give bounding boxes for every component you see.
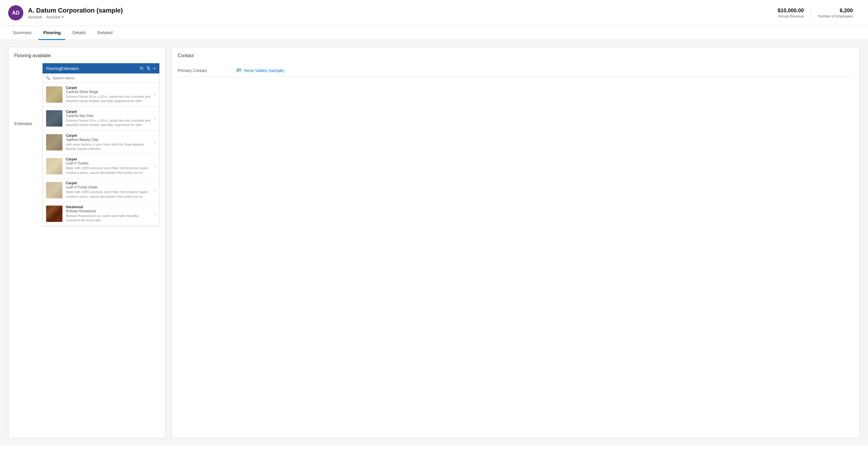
chevron-right-icon: › [154, 92, 156, 97]
annual-revenue-block: $10,000.00 Annual Revenue [771, 8, 811, 19]
tab-related[interactable]: Related [93, 26, 117, 40]
left-panel: Flooring available Estimates FlooringEst… [8, 47, 166, 438]
product-name: Caserta Stone Beige [66, 90, 151, 94]
product-info: Carpet Caserta Sky Grey Extreme Series 1… [66, 110, 151, 127]
product-name: Lush II Frosty Glade [66, 185, 151, 189]
product-thumbnail [46, 182, 62, 198]
product-item[interactable]: Carpet Caserta Sky Grey Extreme Series 1… [42, 107, 159, 131]
product-name: Bolivian Rosewood [66, 209, 151, 213]
page-content: Flooring available Estimates FlooringEst… [0, 40, 868, 445]
product-desc: Add some fashion to your floors with the… [66, 142, 151, 151]
header-info: A. Datum Corporation (sample) Account · … [28, 7, 771, 19]
product-category: Carpet [66, 181, 151, 185]
search-input[interactable] [53, 76, 156, 80]
flooring-header-title: FlooringEstimates [46, 66, 136, 71]
annual-revenue-value: $10,000.00 [778, 8, 804, 14]
chevron-right-icon: › [154, 116, 156, 121]
product-category: Carpet [66, 134, 151, 138]
left-layout: Estimates FlooringEstimates ↻ ⇅ + 🔍 [14, 63, 160, 226]
product-item[interactable]: Carpet Lush II Tundra Made with 100% pre… [42, 154, 159, 178]
contact-row: Primary Contact 🪪 Rene Valdes (sample) [178, 64, 854, 77]
flooring-header: FlooringEstimates ↻ ⇅ + [42, 63, 159, 73]
product-desc: Made with 100% premium nylon fiber, this… [66, 190, 151, 199]
chevron-right-icon: › [154, 164, 156, 169]
breadcrumb: Account · Account ▾ [28, 15, 771, 19]
product-info: Carpet Caserta Stone Beige Extreme Serie… [66, 86, 151, 103]
product-thumbnail [46, 134, 62, 151]
chevron-right-icon: › [154, 188, 156, 193]
flooring-sub-panel: FlooringEstimates ↻ ⇅ + 🔍 Carpet [42, 63, 160, 226]
sort-icon[interactable]: ⇅ [147, 66, 150, 71]
chevron-right-icon: › [154, 211, 156, 216]
product-item[interactable]: Carpet Lush II Frosty Glade Made with 10… [42, 178, 159, 202]
product-list: Carpet Caserta Stone Beige Extreme Serie… [42, 83, 159, 226]
search-icon: 🔍 [45, 76, 50, 80]
tab-flooring[interactable]: Flooring [38, 26, 65, 40]
product-thumbnail [46, 86, 62, 103]
annual-revenue-label: Annual Revenue [778, 14, 804, 19]
product-item[interactable]: Hardwood Bolivian Rosewood Bolivian Rose… [42, 202, 159, 226]
primary-contact-label: Primary Contact [178, 68, 236, 73]
breadcrumb-item-1: Account [28, 15, 42, 19]
contact-icon: 🪪 [236, 68, 242, 73]
employees-value: 6,200 [818, 8, 853, 14]
product-thumbnail [46, 158, 62, 174]
header: AD A. Datum Corporation (sample) Account… [0, 0, 868, 26]
breadcrumb-sep: · [43, 15, 44, 19]
product-desc: Extreme Series 18 in. x 18 in. carpet ti… [66, 95, 151, 103]
employees-label: Number of Employees [818, 14, 853, 19]
employees-block: 6,200 Number of Employees [811, 8, 860, 19]
primary-contact-name: Rene Valdes (sample) [244, 68, 284, 73]
refresh-icon[interactable]: ↻ [140, 66, 144, 71]
contact-panel-title: Contact [178, 53, 854, 58]
avatar: AD [8, 5, 23, 21]
breadcrumb-dropdown[interactable]: ▾ [62, 15, 64, 19]
product-name: Caserta Sky Grey [66, 114, 151, 118]
chevron-right-icon: › [154, 140, 156, 145]
product-desc: Made with 100% premium nylon fiber, this… [66, 166, 151, 175]
header-metrics: $10,000.00 Annual Revenue 6,200 Number o… [771, 8, 860, 19]
page-title: A. Datum Corporation (sample) [28, 7, 771, 14]
product-info: Hardwood Bolivian Rosewood Bolivian Rose… [66, 205, 151, 223]
product-thumbnail [46, 205, 62, 222]
flooring-panel-title: Flooring available [14, 53, 160, 58]
product-category: Carpet [66, 110, 151, 114]
product-info: Carpet Ageless Beauty Clay Add some fash… [66, 134, 151, 151]
product-info: Carpet Lush II Tundra Made with 100% pre… [66, 157, 151, 175]
product-desc: Bolivian Rosewood is an exotic wood with… [66, 214, 151, 223]
product-name: Lush II Tundra [66, 161, 151, 165]
product-info: Carpet Lush II Frosty Glade Made with 10… [66, 181, 151, 199]
right-panel: Contact Primary Contact 🪪 Rene Valdes (s… [172, 47, 860, 438]
nav-tabs: Summary Flooring Details Related [0, 26, 868, 40]
product-name: Ageless Beauty Clay [66, 138, 151, 142]
product-category: Carpet [66, 157, 151, 161]
product-desc: Extreme Series 18 in. x 18 in. carpet ti… [66, 119, 151, 127]
breadcrumb-item-2: Account [46, 15, 60, 19]
product-category: Carpet [66, 86, 151, 90]
tab-summary[interactable]: Summary [8, 26, 36, 40]
product-item[interactable]: Carpet Ageless Beauty Clay Add some fash… [42, 131, 159, 155]
product-category: Hardwood [66, 205, 151, 209]
search-bar: 🔍 [42, 73, 159, 83]
product-item[interactable]: Carpet Caserta Stone Beige Extreme Serie… [42, 83, 159, 107]
tab-details[interactable]: Details [68, 26, 90, 40]
primary-contact-value[interactable]: 🪪 Rene Valdes (sample) [236, 68, 284, 73]
add-icon[interactable]: + [153, 66, 156, 71]
product-thumbnail [46, 110, 62, 127]
estimates-label: Estimates [14, 63, 38, 226]
flooring-header-icons: ↻ ⇅ + [140, 66, 156, 71]
